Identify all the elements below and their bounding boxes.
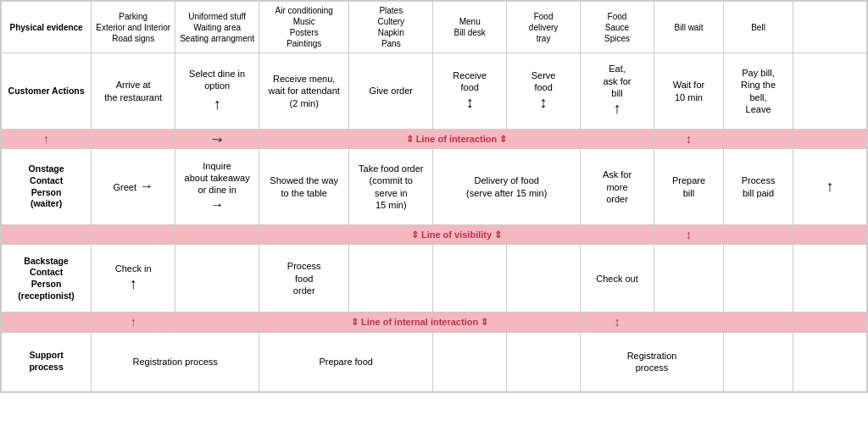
header-col7: Food Sauce Spices xyxy=(581,2,654,53)
support-col5 xyxy=(433,332,507,391)
arrow-right-1: → xyxy=(140,178,153,196)
onstage-col5: Delivery of food (serve after 15 min) xyxy=(433,149,581,225)
customer-col5: Receive food ↕ xyxy=(433,53,507,130)
customer-col9: Pay bill, Ring the bell, Leave xyxy=(724,53,793,130)
onstage-empty: ↑ xyxy=(793,149,867,225)
arrow-right-2: → xyxy=(178,196,256,214)
support-col7: Registration process xyxy=(581,332,724,391)
onstage-col4: Take food order (commit to serve in 15 m… xyxy=(349,149,433,225)
customer-col4: Give order xyxy=(349,53,433,130)
divider3-col7: ↕ xyxy=(581,313,654,332)
customer-empty xyxy=(793,53,867,130)
support-col6 xyxy=(507,332,581,391)
customer-col8: Wait for 10 min xyxy=(654,53,723,130)
header-col1: Parking Exterior and Interior Road signs xyxy=(92,2,175,53)
backstage-col2 xyxy=(175,245,259,313)
customer-col2: Select dine in option ↑ xyxy=(175,53,259,130)
support-label: Support process xyxy=(2,332,92,391)
divider2-col9 xyxy=(724,225,793,245)
backstage-col6 xyxy=(507,245,581,313)
divider2-col8: ↕ xyxy=(654,225,723,245)
header-col4: Plates Cultery Napkin Pans xyxy=(349,2,433,53)
divider1-col0: ↑ xyxy=(2,130,92,149)
divider2-col0 xyxy=(2,225,92,245)
customer-row: Customer Actions Arrive at the restauran… xyxy=(2,53,867,130)
onstage-col7: Ask for more order xyxy=(581,149,654,225)
arrow-up-onstage: ↑ xyxy=(826,178,834,195)
support-col3: Prepare food xyxy=(259,332,433,391)
divider3-col8 xyxy=(654,313,723,332)
divider2-col10 xyxy=(793,225,867,245)
header-col8: Bill wait xyxy=(654,2,723,53)
backstage-col5 xyxy=(433,245,507,313)
support-col9 xyxy=(724,332,793,391)
backstage-empty xyxy=(793,245,867,313)
divider2-col2 xyxy=(175,225,259,245)
backstage-label: Backstage Contact Person (receptionist) xyxy=(2,245,92,313)
header-row: Physical evidence Parking Exterior and I… xyxy=(2,2,867,53)
service-blueprint: Physical evidence Parking Exterior and I… xyxy=(0,0,868,393)
divider1-col9 xyxy=(724,130,793,149)
backstage-col1: Check in ↑ xyxy=(92,245,175,313)
divider-internal: ↑ ⇕ Line of internal interaction ⇕ ↕ xyxy=(2,313,867,332)
divider3-col1: ↑ xyxy=(92,313,175,332)
divider3-col10 xyxy=(793,313,867,332)
header-col2: Uniformed stuff Waiting area Seating arr… xyxy=(175,2,259,53)
header-col9: Bell xyxy=(724,2,793,53)
header-col6: Food delivery tray xyxy=(507,2,581,53)
onstage-label: Onstage Contact Person (waiter) xyxy=(2,149,92,225)
support-row: Support process Registration process Pre… xyxy=(2,332,867,391)
header-col3: Air conditioning Music Posters Paintings xyxy=(259,2,349,53)
onstage-col8: Prepare bill xyxy=(654,149,723,225)
header-col5: Menu Bill desk xyxy=(433,2,507,53)
divider3-col9 xyxy=(724,313,793,332)
divider3-col0 xyxy=(2,313,92,332)
divider1-label: ⇕ Line of interaction ⇕ xyxy=(259,130,654,149)
divider1-col10 xyxy=(793,130,867,149)
backstage-col4 xyxy=(349,245,433,313)
divider-interaction: ↑ ↗ ⇕ Line of interaction ⇕ ↕ xyxy=(2,130,867,149)
arrow-updown-col5: ↕ xyxy=(436,93,504,113)
arrow-up-backstage1: ↑ xyxy=(94,274,172,294)
divider3-col2 xyxy=(175,313,259,332)
customer-col7: Eat, ask for bill ↑ xyxy=(581,53,654,130)
backstage-row: Backstage Contact Person (receptionist) … xyxy=(2,245,867,313)
divider2-col1 xyxy=(92,225,175,245)
backstage-col3: Process food order xyxy=(259,245,349,313)
divider1-col2: ↗ xyxy=(175,130,259,149)
arrow-up-col7: ↑ xyxy=(583,99,651,119)
arrow-up-col2: ↑ xyxy=(178,95,256,114)
header-empty xyxy=(793,2,867,53)
arrow-updown-col6: ↕ xyxy=(509,93,577,113)
onstage-col9: Process bill paid xyxy=(724,149,793,225)
customer-col6: Serve food ↕ xyxy=(507,53,581,130)
divider1-col8: ↕ xyxy=(654,130,723,149)
divider1-col1 xyxy=(92,130,175,149)
onstage-col3: Showed the way to the table xyxy=(259,149,349,225)
onstage-row: Onstage Contact Person (waiter) Greet → … xyxy=(2,149,867,225)
divider-visibility: ⇕ Line of visibility ⇕ ↕ xyxy=(2,225,867,245)
backstage-col7: Check out xyxy=(581,245,654,313)
customer-label: Customer Actions xyxy=(2,53,92,130)
support-empty xyxy=(793,332,867,391)
onstage-col2: Inquire about takeaway or dine in → xyxy=(175,149,259,225)
customer-col3: Receive menu, wait for attendant (2 min) xyxy=(259,53,349,130)
backstage-col9 xyxy=(724,245,793,313)
backstage-col8 xyxy=(654,245,723,313)
header-label: Physical evidence xyxy=(2,2,92,53)
support-col1: Registration process xyxy=(92,332,259,391)
divider3-label: ⇕ Line of internal interaction ⇕ xyxy=(259,313,581,332)
onstage-col1: Greet → xyxy=(92,149,175,225)
divider2-label: ⇕ Line of visibility ⇕ xyxy=(259,225,654,245)
customer-col1: Arrive at the restaurant xyxy=(92,53,175,130)
